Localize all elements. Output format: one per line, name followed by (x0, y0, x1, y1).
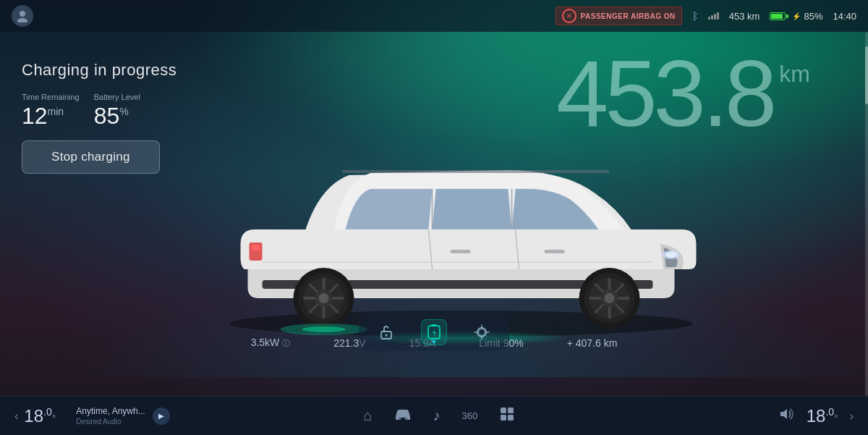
added-range-stat: + 407.6 km (567, 337, 618, 349)
home-icon[interactable]: ⌂ (363, 407, 372, 424)
svg-rect-11 (451, 250, 471, 253)
main-content: Charging in progress Time Remaining 12mi… (0, 32, 868, 396)
airbag-label: PASSENGER AIRBAG ON (581, 12, 676, 20)
car-icon[interactable] (394, 407, 412, 425)
charging-icon[interactable] (421, 319, 447, 345)
charging-stats: Time Remaining 12min Battery Level 85% (22, 93, 176, 127)
battery-percent: 85% (804, 11, 822, 22)
bluetooth-icon: ᛒ (692, 10, 698, 22)
svg-rect-46 (508, 415, 514, 421)
battery-level-stat: Battery Level 85% (94, 93, 140, 127)
active-indicator (433, 340, 435, 343)
charging-title: Charging in progress (22, 61, 176, 80)
svg-point-41 (398, 418, 401, 421)
topbar: ✕ PASSENGER AIRBAG ON ᛒ 453 km ⚡ (0, 0, 868, 32)
svg-rect-10 (252, 245, 260, 250)
range-unit: km (779, 61, 810, 88)
taskbar-right: 18.0° › (709, 406, 854, 426)
svg-point-0 (20, 11, 25, 17)
range-value: 453.8 (556, 46, 773, 140)
power-stat: 3.5kW ⓘ (251, 337, 291, 349)
svg-point-37 (386, 334, 388, 337)
temp-left-prev[interactable]: ‹ (14, 410, 18, 423)
svg-rect-39 (432, 324, 436, 326)
clock: 14:40 (833, 11, 856, 22)
360-icon[interactable]: 360 (462, 410, 478, 421)
car-image (190, 121, 733, 338)
battery-indicator: ⚡ 85% (770, 11, 822, 22)
battery-level-label: Battery Level (94, 93, 140, 101)
airbag-icon: ✕ (562, 9, 576, 23)
svg-point-42 (404, 418, 407, 421)
taskbar: ‹ 18.0° Anytime, Anywh... Desired Audio … (0, 396, 868, 435)
climate-icon[interactable] (469, 319, 495, 345)
svg-rect-43 (501, 407, 506, 413)
taskbar-left: ‹ 18.0° Anytime, Anywh... Desired Audio … (14, 406, 170, 426)
charging-panel: Charging in progress Time Remaining 12mi… (22, 61, 176, 174)
svg-rect-45 (501, 415, 506, 421)
svg-point-22 (605, 293, 615, 303)
volume-icon[interactable] (779, 407, 795, 424)
charging-bolt-icon: ⚡ (792, 12, 801, 20)
range-display: 453.8 km (556, 46, 810, 140)
music-title: Anytime, Anywh... (76, 406, 145, 416)
temp-left: 18.0° (24, 406, 56, 426)
taskbar-center: ⌂ ♪ 360 (363, 406, 515, 426)
temp-right-next[interactable]: › (850, 410, 854, 423)
music-subtitle: Desired Audio (76, 418, 145, 426)
music-info: Anytime, Anywh... Desired Audio (76, 406, 145, 426)
scrollbar-thumb[interactable] (865, 46, 868, 104)
svg-point-8 (665, 252, 677, 258)
time-remaining-label: Time Remaining (22, 93, 80, 101)
svg-rect-12 (545, 250, 565, 253)
range-display-topbar: 453 km (729, 11, 760, 22)
unlock-icon[interactable] (373, 319, 399, 345)
scrollbar[interactable] (865, 32, 868, 396)
quick-actions-bar (359, 313, 509, 351)
apps-icon[interactable] (499, 406, 515, 426)
topbar-left (12, 5, 33, 27)
temp-right: 18.0° (807, 406, 838, 426)
time-remaining-stat: Time Remaining 12min (22, 93, 80, 127)
avatar[interactable] (12, 5, 33, 27)
battery-level-value: 85% (94, 104, 140, 127)
svg-point-1 (17, 18, 27, 22)
stop-charging-button[interactable]: Stop charging (22, 140, 160, 174)
play-button[interactable]: ▶ (153, 407, 170, 425)
passenger-airbag-indicator: ✕ PASSENGER AIRBAG ON (556, 7, 682, 25)
topbar-right: ✕ PASSENGER AIRBAG ON ᛒ 453 km ⚡ (556, 7, 856, 25)
svg-rect-44 (508, 407, 514, 413)
svg-point-31 (319, 293, 329, 303)
music-icon[interactable]: ♪ (433, 407, 441, 424)
svg-rect-34 (342, 170, 610, 173)
signal-indicator (708, 12, 719, 20)
svg-point-33 (302, 326, 346, 332)
time-remaining-value: 12min (22, 104, 80, 127)
